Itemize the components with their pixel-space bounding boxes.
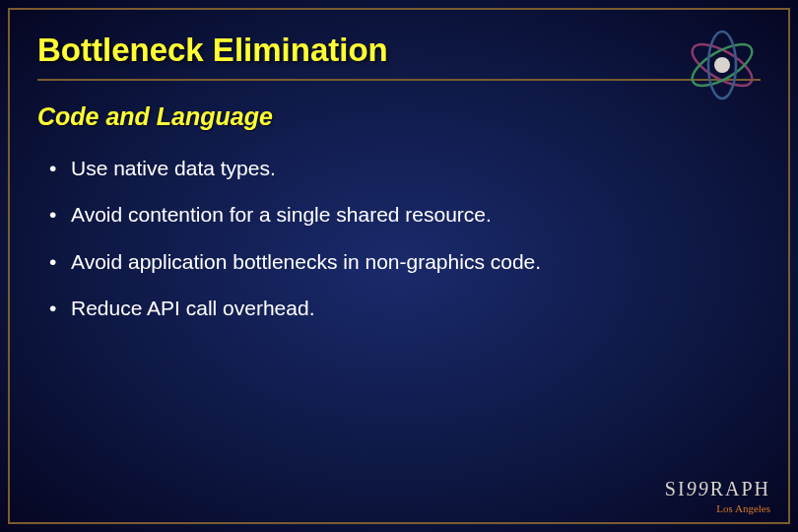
siggraph-logo-icon [678,28,766,101]
footer-brand-text: SI99RAPH [665,478,770,500]
brand-mid: 99 [687,478,710,499]
list-item: Avoid application bottlenecks in non-gra… [49,238,761,285]
bullet-list: Use native data types. Avoid contention … [0,141,798,331]
brand-pre: SI [665,478,687,499]
svg-point-3 [714,57,730,73]
footer-location: Los Angeles [665,502,770,514]
slide-title: Bottleneck Elimination [37,32,761,81]
brand-post: RAPH [710,478,770,499]
list-item: Avoid contention for a single shared res… [49,191,761,237]
footer-brand-block: SI99RAPH Los Angeles [665,478,770,514]
list-item: Use native data types. [49,145,761,191]
list-item: Reduce API call overhead. [49,285,761,331]
